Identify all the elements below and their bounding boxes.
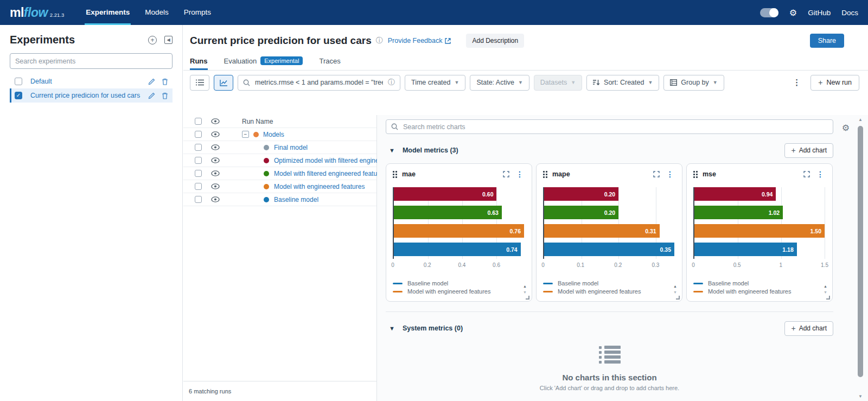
- scroll-up-icon[interactable]: ▲: [523, 284, 527, 288]
- experimental-badge: Experimental: [260, 56, 303, 65]
- select-all-checkbox[interactable]: [195, 118, 202, 125]
- new-experiment-icon[interactable]: +: [148, 36, 157, 44]
- settings-gear-icon[interactable]: ⚙: [789, 8, 797, 18]
- edit-pencil-icon[interactable]: [148, 78, 155, 85]
- scroll-down-icon[interactable]: ▼: [824, 290, 827, 294]
- scroll-up-icon[interactable]: ▲: [673, 284, 677, 288]
- chart-kebab-menu[interactable]: ⋮: [665, 170, 675, 179]
- edit-pencil-icon[interactable]: [148, 92, 155, 99]
- bar-row: 1.02: [694, 206, 825, 219]
- experiment-checkbox-checked[interactable]: ✓: [15, 92, 22, 99]
- run-checkbox[interactable]: [195, 144, 202, 151]
- visibility-eye-icon[interactable]: [211, 131, 220, 137]
- group-by-filter[interactable]: Group by▼: [663, 75, 724, 91]
- scrollbar-down-arrow[interactable]: ▼: [856, 394, 865, 399]
- toolbar-kebab-menu[interactable]: ⋮: [787, 78, 806, 87]
- experiment-item-current[interactable]: ✓ Current price predicion for used cars: [10, 88, 173, 103]
- legend-item[interactable]: Model with engineered features: [543, 288, 666, 296]
- run-name-link[interactable]: Baseline model: [274, 196, 318, 203]
- new-run-button[interactable]: + New run: [810, 75, 859, 91]
- metric-chart-search-input[interactable]: [402, 123, 828, 131]
- list-view-button[interactable]: [190, 75, 209, 91]
- add-chart-button[interactable]: + Add chart: [784, 143, 833, 158]
- share-button[interactable]: Share: [810, 34, 844, 48]
- model-metrics-label[interactable]: Model metrics (3): [403, 147, 458, 154]
- mlflow-logo[interactable]: mlflow 2.21.3: [10, 5, 64, 20]
- chevron-down-icon[interactable]: ▼: [389, 325, 395, 332]
- system-metrics-label[interactable]: System metrics (0): [403, 324, 463, 332]
- resize-handle[interactable]: [826, 296, 830, 300]
- info-icon[interactable]: ⓘ: [376, 36, 383, 46]
- run-checkbox[interactable]: [195, 131, 202, 138]
- run-checkbox[interactable]: [195, 183, 202, 190]
- run-name-link[interactable]: Final model: [274, 144, 308, 151]
- tab-evaluation[interactable]: Evaluation Experimental: [224, 56, 303, 70]
- run-row: Optimized model with filtered engineered…: [183, 154, 376, 167]
- tab-runs[interactable]: Runs: [190, 57, 208, 70]
- theme-toggle[interactable]: [760, 8, 778, 17]
- add-description-button[interactable]: Add Description: [466, 34, 524, 48]
- chevron-down-icon[interactable]: ▼: [389, 147, 395, 154]
- github-link[interactable]: GitHub: [808, 9, 831, 17]
- nav-tab-prompts[interactable]: Prompts: [176, 0, 219, 25]
- run-group-label[interactable]: Models: [263, 131, 284, 138]
- add-chart-button[interactable]: + Add chart: [784, 321, 833, 336]
- chart-kebab-menu[interactable]: ⋮: [514, 170, 525, 179]
- legend-item[interactable]: Model with engineered features: [393, 288, 515, 296]
- collapse-group-icon[interactable]: −: [242, 131, 249, 138]
- drag-handle-icon[interactable]: [693, 171, 698, 178]
- resize-handle[interactable]: [676, 296, 680, 300]
- tab-traces[interactable]: Traces: [319, 57, 340, 70]
- visibility-eye-icon[interactable]: [211, 170, 220, 176]
- experiment-search-input[interactable]: [10, 53, 173, 69]
- legend-item[interactable]: Baseline model: [693, 279, 816, 288]
- scroll-down-icon[interactable]: ▼: [523, 290, 527, 294]
- bar-row: 0.60: [394, 187, 524, 201]
- scrollbar-up-arrow[interactable]: ▲: [856, 117, 865, 122]
- visibility-eye-icon[interactable]: [211, 196, 220, 202]
- experiment-label[interactable]: Default: [30, 78, 148, 85]
- docs-link[interactable]: Docs: [841, 9, 858, 17]
- experiment-item-default[interactable]: Default: [10, 74, 173, 88]
- query-info-icon[interactable]: ⓘ: [388, 78, 395, 87]
- legend-swatch: [693, 283, 703, 284]
- expand-chart-icon[interactable]: [653, 171, 660, 177]
- collapse-sidebar-icon[interactable]: ◀: [164, 36, 173, 44]
- nav-tab-experiments[interactable]: Experiments: [78, 0, 137, 25]
- run-checkbox[interactable]: [195, 170, 202, 177]
- delete-trash-icon[interactable]: [162, 92, 168, 99]
- nav-tab-models[interactable]: Models: [137, 0, 176, 25]
- run-name-link[interactable]: Model with engineered features: [274, 183, 365, 190]
- chart-view-button[interactable]: [214, 75, 233, 91]
- legend-item[interactable]: Baseline model: [543, 279, 666, 288]
- scrollbar-thumb[interactable]: [858, 126, 863, 377]
- delete-trash-icon[interactable]: [162, 78, 168, 85]
- provide-feedback-link[interactable]: Provide Feedback: [388, 37, 451, 44]
- expand-chart-icon[interactable]: [503, 171, 509, 177]
- drag-handle-icon[interactable]: [543, 171, 547, 178]
- run-checkbox[interactable]: [195, 157, 202, 164]
- visibility-eye-icon[interactable]: [211, 157, 220, 163]
- run-name-link[interactable]: Model with filtered engineered features: [274, 170, 386, 177]
- visibility-eye-icon[interactable]: [211, 118, 220, 124]
- chart-settings-gear-icon[interactable]: ⚙: [842, 123, 850, 133]
- visibility-eye-icon[interactable]: [211, 144, 220, 150]
- resize-handle[interactable]: [526, 296, 529, 300]
- scroll-down-icon[interactable]: ▼: [673, 290, 677, 294]
- runs-query-input[interactable]: [254, 78, 384, 87]
- legend-item[interactable]: Model with engineered features: [693, 288, 816, 296]
- experiment-checkbox[interactable]: [15, 78, 22, 85]
- expand-chart-icon[interactable]: [803, 171, 810, 177]
- drag-handle-icon[interactable]: [393, 171, 397, 178]
- scroll-up-icon[interactable]: ▲: [824, 284, 827, 288]
- x-tick-label: 0.6: [493, 262, 500, 268]
- visibility-eye-icon[interactable]: [211, 183, 220, 189]
- experiment-label[interactable]: Current price predicion for used cars: [30, 92, 148, 99]
- run-checkbox[interactable]: [195, 196, 202, 203]
- legend-item[interactable]: Baseline model: [393, 279, 515, 288]
- sort-filter[interactable]: Sort: Created▼: [586, 75, 659, 91]
- chart-kebab-menu[interactable]: ⋮: [815, 170, 826, 179]
- state-filter[interactable]: State: Active▼: [470, 75, 529, 91]
- run-name-column-header[interactable]: Run Name: [242, 118, 273, 125]
- time-created-filter[interactable]: Time created▼: [405, 75, 465, 91]
